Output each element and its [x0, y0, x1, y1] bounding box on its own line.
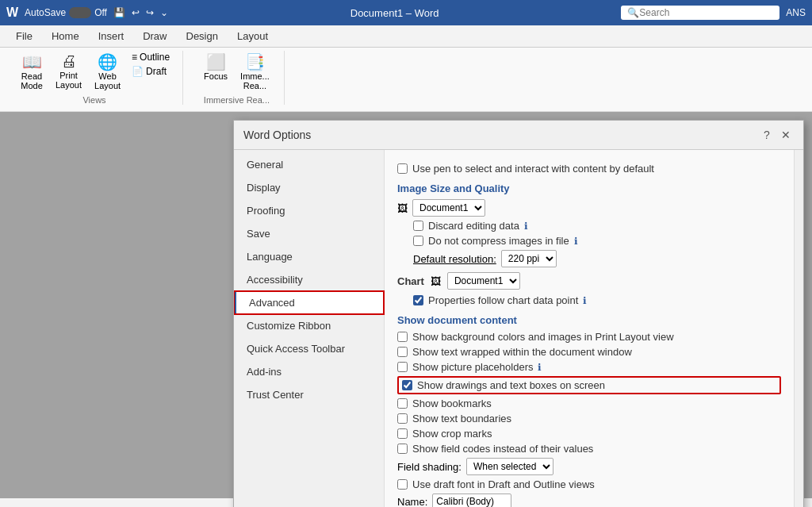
resolution-select[interactable]: 220 ppi	[501, 250, 557, 267]
show-text-boundaries-checkbox[interactable]	[397, 413, 408, 424]
dialog-controls: ? ✕	[759, 127, 794, 143]
word-area: Word Options ? ✕ General Display Proofin…	[0, 112, 812, 498]
properties-chart-checkbox[interactable]	[413, 295, 423, 305]
print-layout-btn[interactable]: 🖨 Print Layout	[51, 51, 86, 92]
undo-icon[interactable]: ↩	[132, 7, 140, 18]
dialog-main: Use pen to select and interact with cont…	[385, 150, 794, 507]
show-field-codes-label: Show field codes instead of their values	[412, 443, 593, 455]
field-shading-row: Field shading: Never Always When selecte…	[397, 458, 781, 475]
draft-btn[interactable]: 📄 Draft	[128, 65, 173, 78]
name-row: Name:	[397, 494, 781, 507]
ribbon-group-immersive: ⬜ Focus 📑 Imme... Rea... Immersive Rea..…	[190, 51, 285, 105]
sidebar-item-trust-center[interactable]: Trust Center	[234, 383, 384, 406]
immersive-label: Immersive Rea...	[204, 94, 270, 105]
read-mode-label2: Mode	[21, 81, 43, 90]
properties-chart-label: Properties follow chart data point	[428, 294, 578, 306]
dialog-close-btn[interactable]: ✕	[778, 127, 794, 143]
sidebar-item-display[interactable]: Display	[234, 176, 384, 199]
field-shading-label: Field shading:	[397, 461, 462, 473]
tab-insert[interactable]: Insert	[89, 25, 134, 47]
search-box[interactable]: 🔍	[621, 6, 779, 20]
sidebar-item-general[interactable]: General	[234, 153, 384, 176]
show-field-codes-checkbox[interactable]	[397, 444, 408, 454]
sidebar-item-advanced[interactable]: Advanced	[234, 291, 384, 314]
dialog-title: Word Options	[243, 129, 759, 141]
outline-label: Outline	[140, 52, 170, 63]
no-compress-label: Do not compress images in file	[428, 235, 569, 247]
dialog-help-btn[interactable]: ?	[759, 127, 775, 143]
ribbon-content: 📖 Read Mode 🖨 Print Layout 🌐 Web Layout	[0, 48, 812, 111]
dialog-scrollbar[interactable]	[794, 150, 803, 507]
discard-editing-checkbox[interactable]	[413, 221, 423, 231]
use-pen-row: Use pen to select and interact with cont…	[397, 163, 781, 175]
show-text-wrapped-label: Show text wrapped within the document wi…	[412, 346, 632, 358]
dialog-sidebar: General Display Proofing Save Language A…	[234, 150, 385, 507]
show-bg-colors-row: Show background colors and images in Pri…	[397, 331, 781, 343]
titlebar: W AutoSave Off 💾 ↩ ↪ ⌄ Document1 – Word …	[0, 0, 812, 25]
chart-row: Chart 🖼 Document1	[397, 272, 781, 290]
dialog-body: General Display Proofing Save Language A…	[234, 150, 803, 507]
show-picture-placeholders-checkbox[interactable]	[397, 362, 408, 372]
sidebar-item-language[interactable]: Language	[234, 245, 384, 268]
immersive-reader-icon: 📑	[245, 52, 265, 71]
print-layout-label: Print	[59, 71, 78, 80]
chart-doc-select[interactable]: Document1	[447, 272, 520, 290]
show-bg-colors-checkbox[interactable]	[397, 332, 408, 342]
show-field-codes-row: Show field codes instead of their values	[397, 443, 781, 455]
read-mode-btn[interactable]: 📖 Read Mode	[16, 51, 48, 92]
immersive-reader-label2: Rea...	[243, 81, 266, 90]
default-resolution-row: Default resolution: 220 ppi	[413, 250, 781, 267]
ribbon-col-outline: ≡ Outline 📄 Draft	[128, 51, 173, 92]
name-input[interactable]	[432, 494, 511, 507]
outline-btn[interactable]: ≡ Outline	[128, 51, 173, 63]
show-drawings-label: Show drawings and text boxes on screen	[417, 379, 605, 391]
show-text-wrapped-row: Show text wrapped within the document wi…	[397, 346, 781, 358]
views-label: Views	[82, 94, 105, 105]
sidebar-item-save[interactable]: Save	[234, 222, 384, 245]
ribbon-tabs: File Home Insert Draw Design Layout	[0, 25, 812, 48]
save-icon[interactable]: 💾	[113, 7, 125, 18]
tab-file[interactable]: File	[6, 25, 42, 47]
tab-layout[interactable]: Layout	[228, 25, 278, 47]
web-layout-btn[interactable]: 🌐 Web Layout	[90, 51, 125, 92]
discard-editing-label: Discard editing data	[428, 220, 519, 232]
show-crop-marks-row: Show crop marks	[397, 428, 781, 440]
sidebar-item-quick-access[interactable]: Quick Access Toolbar	[234, 337, 384, 360]
discard-editing-row: Discard editing data ℹ	[413, 220, 781, 232]
sidebar-item-add-ins[interactable]: Add-ins	[234, 360, 384, 383]
show-bookmarks-checkbox[interactable]	[397, 398, 408, 409]
use-pen-label: Use pen to select and interact with cont…	[412, 163, 654, 175]
redo-icon[interactable]: ↪	[146, 7, 154, 18]
dialog-titlebar: Word Options ? ✕	[234, 121, 803, 150]
name-label: Name:	[397, 496, 427, 508]
no-compress-info: ℹ	[574, 236, 578, 247]
show-drawings-checkbox[interactable]	[402, 380, 412, 390]
field-shading-select[interactable]: Never Always When selected	[466, 458, 553, 475]
ribbon-immersive-buttons: ⬜ Focus 📑 Imme... Rea...	[199, 51, 274, 92]
image-doc-select[interactable]: Document1	[412, 199, 485, 217]
sidebar-item-accessibility[interactable]: Accessibility	[234, 268, 384, 291]
no-compress-row: Do not compress images in file ℹ	[413, 235, 781, 247]
autosave-toggle[interactable]	[69, 7, 91, 18]
immersive-reader-btn[interactable]: 📑 Imme... Rea...	[236, 51, 274, 92]
tab-home[interactable]: Home	[42, 25, 89, 47]
show-crop-marks-checkbox[interactable]	[397, 428, 408, 439]
sidebar-item-customize-ribbon[interactable]: Customize Ribbon	[234, 314, 384, 337]
show-doc-content-title: Show document content	[397, 314, 781, 326]
autosave-state: Off	[94, 7, 107, 18]
tab-design[interactable]: Design	[177, 25, 228, 47]
tab-draw[interactable]: Draw	[133, 25, 176, 47]
more-icon[interactable]: ⌄	[160, 7, 168, 18]
image-doc-row: 🖼 Document1	[397, 199, 781, 217]
search-input[interactable]	[639, 7, 766, 18]
show-text-wrapped-checkbox[interactable]	[397, 347, 408, 357]
word-options-dialog: Word Options ? ✕ General Display Proofin…	[233, 120, 804, 507]
sidebar-item-proofing[interactable]: Proofing	[234, 199, 384, 222]
use-draft-font-checkbox[interactable]	[397, 479, 408, 490]
use-pen-checkbox[interactable]	[397, 163, 408, 174]
use-draft-font-row: Use draft font in Draft and Outline view…	[397, 478, 781, 490]
autosave-label: AutoSave	[25, 7, 66, 18]
web-layout-icon: 🌐	[98, 52, 117, 71]
focus-btn[interactable]: ⬜ Focus	[199, 51, 232, 92]
no-compress-checkbox[interactable]	[413, 236, 423, 246]
